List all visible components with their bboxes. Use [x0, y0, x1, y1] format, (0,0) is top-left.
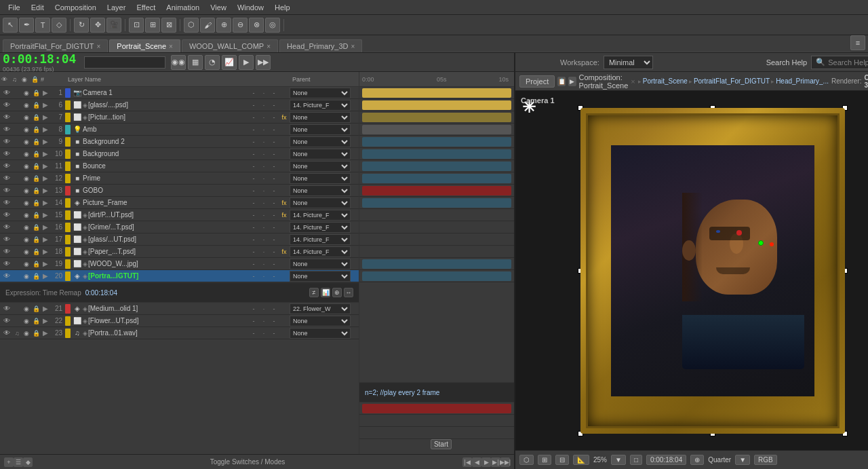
- layer-row[interactable]: 👁 ◉ 🔒 ▶ 8 💡 Amb - · - None: [0, 124, 359, 136]
- layer-row[interactable]: 👁 ◉ 🔒 ▶ 15 ⬜ ◈ [dirt/P...UT.psd] - · - f…: [0, 209, 359, 221]
- layer-row[interactable]: 👁 ◉ 🔒 ▶ 18 ⬜ ◈ [Paper_...T.psd] - · - fx…: [0, 246, 359, 258]
- tool-selection[interactable]: ↖: [3, 18, 18, 33]
- layer-expand-icon[interactable]: ▶: [41, 187, 50, 194]
- menu-view[interactable]: View: [205, 2, 232, 13]
- layer-lock-icon[interactable]: 🔒: [31, 114, 41, 121]
- menu-animation[interactable]: Animation: [161, 2, 205, 13]
- track-row[interactable]: [359, 221, 514, 233]
- layer-solo-icon[interactable]: ◉: [22, 126, 31, 133]
- tab-portraitflat[interactable]: PortraitFlat_For_DIGTUT ×: [3, 39, 108, 52]
- expr-pick-btn[interactable]: ⊕: [332, 288, 342, 297]
- layer-parent-select[interactable]: None: [290, 124, 351, 135]
- switch-quality[interactable]: -: [269, 212, 279, 219]
- layer-parent-select[interactable]: None: [290, 259, 351, 269]
- tool-camera[interactable]: 🎥: [106, 18, 121, 33]
- layer-vis-icon[interactable]: 👁: [1, 305, 12, 312]
- switch-quality[interactable]: -: [269, 90, 279, 96]
- switch-quality[interactable]: -: [269, 261, 279, 267]
- menu-edit[interactable]: Edit: [26, 2, 50, 13]
- layer-solo-icon[interactable]: ◉: [22, 102, 31, 109]
- tab-head-primary-close[interactable]: ×: [351, 43, 355, 50]
- layer-expand-icon[interactable]: ▶: [41, 162, 50, 170]
- layer-lock-icon[interactable]: 🔒: [31, 224, 41, 231]
- switch-shy[interactable]: -: [249, 236, 258, 243]
- switch-shy[interactable]: -: [249, 126, 258, 133]
- switch-quality[interactable]: -: [269, 126, 279, 133]
- track-row[interactable]: [359, 87, 514, 99]
- layer-parent-select[interactable]: None: [290, 328, 351, 339]
- expr-graph-btn[interactable]: 📊: [321, 288, 330, 297]
- tab-portrait-scene-close[interactable]: ×: [169, 43, 173, 50]
- layer-vis-icon[interactable]: 👁: [1, 150, 12, 157]
- layer-lock-icon[interactable]: 🔒: [31, 273, 41, 280]
- layer-parent-select[interactable]: 14. Picture_F: [290, 100, 351, 111]
- tool-snapping[interactable]: ⊞: [145, 18, 160, 33]
- layer-vis-icon[interactable]: 👁: [1, 162, 12, 170]
- tab-wood-wall-close[interactable]: ×: [267, 43, 271, 50]
- layer-lock-icon[interactable]: 🔒: [31, 163, 41, 170]
- layer-row[interactable]: 👁 ◉ 🔒 ▶ 9 ■ Background 2 - · - None: [0, 136, 359, 148]
- comp-close-btn[interactable]: ×: [631, 77, 635, 86]
- render-queue-btn[interactable]: ▶: [239, 55, 254, 70]
- timeline-ruler[interactable]: 0:00 05s 10s: [359, 72, 514, 87]
- track-row[interactable]: [359, 160, 514, 172]
- switch-collapse[interactable]: ·: [259, 114, 269, 121]
- layers-icon[interactable]: ☰: [14, 457, 23, 467]
- switch-shy[interactable]: -: [249, 224, 258, 231]
- layer-parent-select[interactable]: None: [290, 316, 351, 326]
- layer-vis-icon[interactable]: 👁: [1, 199, 12, 206]
- switch-collapse[interactable]: ·: [259, 330, 269, 337]
- panel-menu-btn[interactable]: ≡: [850, 35, 865, 50]
- switch-collapse[interactable]: ·: [259, 163, 269, 170]
- switch-shy[interactable]: -: [249, 187, 258, 194]
- project-panel-icon[interactable]: 📋: [557, 77, 566, 86]
- layer-expand-icon[interactable]: ▶: [41, 248, 50, 255]
- layer-vis-icon[interactable]: 👁: [1, 113, 12, 121]
- layer-vis-icon[interactable]: 👁: [1, 272, 12, 280]
- menu-window[interactable]: Window: [232, 2, 269, 13]
- tool-roto[interactable]: ⊗: [249, 18, 264, 33]
- layer-vis-icon[interactable]: 👁: [1, 126, 12, 133]
- layer-row[interactable]: 👁 ◉ 🔒 ▶ 7 ⬜ ◈ [Pictur...tion] - · - fx N…: [0, 111, 359, 124]
- layer-parent-select[interactable]: None: [290, 161, 351, 172]
- track-row[interactable]: [359, 427, 514, 439]
- layer-row[interactable]: 👁 ♫ ◉ 🔒 ▶ 23 ♫ ◈ [Portra...01.wav] - · -…: [0, 327, 359, 339]
- layer-row[interactable]: 👁 ◉ 🔒 ▶ 1 📷 Camera 1 - · - None: [0, 87, 359, 99]
- layer-expand-icon[interactable]: ▶: [41, 223, 50, 231]
- layer-lock-icon[interactable]: 🔒: [31, 90, 41, 96]
- fit-to-comp-btn[interactable]: ⬡: [519, 455, 534, 465]
- layer-expand-icon[interactable]: ▶: [41, 89, 50, 96]
- track-row[interactable]: [359, 185, 514, 197]
- layer-lock-icon[interactable]: 🔒: [31, 187, 41, 194]
- layer-solo-icon[interactable]: ◉: [22, 224, 31, 231]
- switch-shy[interactable]: -: [249, 151, 258, 157]
- layer-solo-icon[interactable]: ◉: [22, 151, 31, 157]
- render-region-btn[interactable]: ⊕: [690, 455, 704, 465]
- rulers-btn[interactable]: 📐: [573, 455, 589, 465]
- tool-align[interactable]: ⊡: [129, 18, 144, 33]
- layer-expand-icon[interactable]: ▶: [41, 260, 50, 267]
- switch-shy[interactable]: -: [249, 138, 258, 145]
- layer-search-input[interactable]: [84, 56, 165, 69]
- switch-fx[interactable]: fx: [279, 248, 289, 255]
- add-layer-btn[interactable]: +: [4, 457, 14, 467]
- tool-pan[interactable]: ✥: [90, 18, 105, 33]
- switch-fx[interactable]: fx: [279, 200, 289, 206]
- tool-text[interactable]: T: [35, 18, 50, 33]
- switch-quality[interactable]: -: [269, 200, 279, 206]
- tab-portraitflat-close[interactable]: ×: [96, 43, 100, 50]
- tool-brush[interactable]: 🖌: [200, 18, 215, 33]
- track-row[interactable]: [359, 111, 514, 124]
- track-row[interactable]: [359, 233, 514, 246]
- switch-quality[interactable]: -: [269, 224, 279, 231]
- menu-effect[interactable]: Effect: [131, 2, 161, 13]
- layer-expand-icon[interactable]: ▶: [41, 138, 50, 145]
- layer-solo-icon[interactable]: ◉: [22, 187, 31, 194]
- layer-expand-icon[interactable]: ▶: [41, 101, 50, 109]
- layer-parent-select[interactable]: None: [290, 271, 351, 282]
- switch-shy[interactable]: -: [249, 90, 258, 96]
- play-pause-btn[interactable]: ▶: [481, 457, 491, 467]
- track-row[interactable]: [359, 415, 514, 427]
- goto-end-btn[interactable]: ▶▶|: [500, 457, 510, 467]
- switch-shy[interactable]: -: [249, 163, 258, 170]
